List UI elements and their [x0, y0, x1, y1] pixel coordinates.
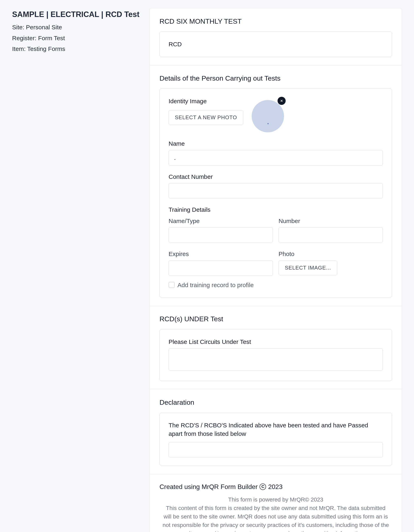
- circuits-card: Please List Circuits Under Test: [160, 329, 392, 381]
- identity-row: Identity Image Select A New Photo: [169, 97, 383, 129]
- circuits-label: Please List Circuits Under Test: [169, 337, 383, 346]
- expires-label: Expires: [169, 249, 273, 258]
- form-meta-sidebar: SAMPLE | ELECTRICAL | RCD Test Site: Per…: [12, 8, 142, 55]
- created-using-line: Created using MrQR Form Builder C 2023: [160, 482, 392, 491]
- section-person-details: Details of the Person Carrying out Tests…: [150, 65, 402, 306]
- declaration-text: The RCD'S / RCBO'S Indicated above have …: [169, 421, 383, 438]
- contact-number-label: Contact Number: [169, 172, 383, 181]
- add-training-checkbox[interactable]: [169, 282, 175, 288]
- circuits-textarea[interactable]: [169, 348, 383, 370]
- powered-by-text: This form is powered by MrQR© 2023: [160, 495, 392, 504]
- number-label: Number: [279, 217, 383, 226]
- copyright-icon: C: [260, 484, 266, 490]
- meta-register: Register: Form Test: [12, 34, 142, 43]
- created-suffix: 2023: [268, 482, 282, 491]
- select-image-button[interactable]: Select Image...: [279, 260, 337, 275]
- meta-item: Item: Testing Forms: [12, 44, 142, 53]
- close-icon: [280, 99, 283, 103]
- section-title: Declaration: [160, 398, 392, 407]
- add-training-checkbox-label: Add training record to profile: [177, 281, 254, 290]
- name-type-input[interactable]: [169, 227, 273, 243]
- name-type-label: Name/Type: [169, 217, 273, 226]
- expires-input[interactable]: [169, 260, 273, 276]
- photo-label: Photo: [279, 249, 383, 258]
- avatar-wrapper: [252, 97, 284, 129]
- contact-number-input[interactable]: [169, 183, 383, 199]
- created-prefix: Created using MrQR Form Builder: [160, 482, 258, 491]
- select-photo-button[interactable]: Select A New Photo: [169, 110, 243, 125]
- rcd-card: RCD: [160, 31, 392, 57]
- section-declaration: Declaration The RCD'S / RCBO'S Indicated…: [150, 389, 402, 474]
- number-input[interactable]: [279, 227, 383, 243]
- declaration-input[interactable]: [169, 442, 383, 457]
- add-training-checkbox-row: Add training record to profile: [169, 281, 383, 290]
- person-details-card: Identity Image Select A New Photo: [160, 88, 392, 298]
- declaration-card: The RCD'S / RCBO'S Indicated above have …: [160, 413, 392, 466]
- rcd-card-text: RCD: [169, 40, 383, 49]
- identity-image-label: Identity Image: [169, 97, 243, 106]
- section-title: RCD SIX MONTHLY TEST: [160, 16, 392, 26]
- training-details-title: Training Details: [169, 205, 383, 214]
- section-rcd-test: RCD SIX MONTHLY TEST RCD: [150, 8, 402, 65]
- section-footer: Created using MrQR Form Builder C 2023 T…: [150, 474, 402, 532]
- name-input[interactable]: [169, 150, 383, 165]
- remove-photo-button[interactable]: [278, 97, 286, 105]
- page-title: SAMPLE | ELECTRICAL | RCD Test: [12, 9, 142, 20]
- section-rcds-under-test: RCD(s) UNDER Test Please List Circuits U…: [150, 306, 402, 389]
- identity-avatar: [252, 100, 284, 132]
- section-title: Details of the Person Carrying out Tests: [160, 73, 392, 83]
- name-label: Name: [169, 139, 383, 148]
- section-title: RCD(s) UNDER Test: [160, 314, 392, 324]
- form-main: RCD SIX MONTHLY TEST RCD Details of the …: [150, 8, 402, 532]
- disclaimer-text: This content of this form is created by …: [160, 504, 392, 532]
- meta-site: Site: Personal Site: [12, 23, 142, 32]
